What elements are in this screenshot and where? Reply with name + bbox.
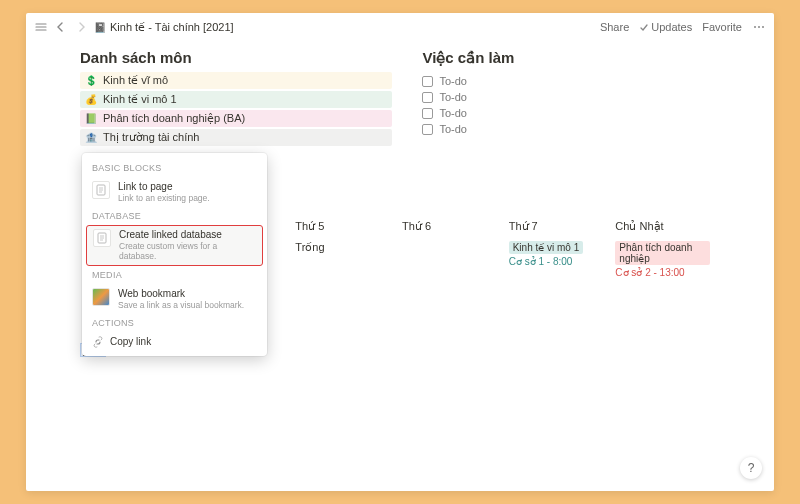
subject-emoji-icon: 📗 — [84, 113, 97, 124]
subjects-column: Danh sách môn 💲Kinh tế vĩ mô💰Kinh tế vi … — [80, 49, 392, 148]
topbar-right: Share Updates Favorite — [600, 21, 766, 33]
day-header: Thứ 5 — [293, 216, 392, 237]
checkbox-icon[interactable] — [422, 108, 433, 119]
popup-item-subtitle: Create custom views for a database. — [119, 241, 256, 261]
day-column: Chủ NhậtPhân tích doanh nghiệpCơ sở 2 - … — [613, 216, 720, 282]
day-header: Thứ 7 — [507, 216, 606, 237]
back-icon[interactable] — [54, 20, 68, 34]
todo-item[interactable]: To-do — [422, 89, 720, 105]
subject-item[interactable]: 🏦Thị trường tài chính — [80, 129, 392, 146]
todo-item[interactable]: To-do — [422, 73, 720, 89]
popup-copy-link[interactable]: Copy link — [82, 332, 267, 352]
breadcrumb-title: Kinh tế - Tài chính [2021] — [110, 21, 234, 34]
todo-item[interactable]: To-do — [422, 121, 720, 137]
todo-label: To-do — [439, 75, 467, 87]
day-cell — [400, 237, 499, 245]
popup-group-label: DATABASE — [82, 207, 267, 225]
nav-icons — [34, 20, 88, 34]
day-cell: Phân tích doanh nghiệpCơ sở 2 - 13:00 — [613, 237, 712, 282]
popup-group-label: BASIC BLOCKS — [82, 159, 267, 177]
popup-item[interactable]: Link to pageLink to an existing page. — [82, 177, 267, 207]
updates-button[interactable]: Updates — [639, 21, 692, 33]
page-icon: 📓 — [94, 22, 106, 33]
bookmark-icon — [92, 288, 110, 306]
todos-title: Việc cần làm — [422, 49, 720, 67]
help-button[interactable]: ? — [740, 457, 762, 479]
popup-group-label: MEDIA — [82, 266, 267, 284]
day-header: Thứ 6 — [400, 216, 499, 237]
svg-point-2 — [762, 26, 764, 28]
more-icon[interactable] — [752, 21, 766, 33]
popup-item-title: Create linked database — [119, 229, 256, 241]
menu-icon[interactable] — [34, 20, 48, 34]
svg-point-0 — [754, 26, 756, 28]
schedule-event-tag[interactable]: Phân tích doanh nghiệp — [615, 241, 710, 265]
todo-label: To-do — [439, 107, 467, 119]
subject-label: Kinh tế vĩ mô — [103, 74, 168, 87]
schedule-time: Cơ sở 2 - 13:00 — [615, 267, 710, 278]
subject-emoji-icon: 🏦 — [84, 132, 97, 143]
subject-item[interactable]: 📗Phân tích doanh nghiệp (BA) — [80, 110, 392, 127]
subject-label: Phân tích doanh nghiệp (BA) — [103, 112, 245, 125]
breadcrumb[interactable]: 📓 Kinh tế - Tài chính [2021] — [94, 21, 234, 34]
checkbox-icon[interactable] — [422, 124, 433, 135]
popup-item-title: Web bookmark — [118, 288, 244, 300]
popup-group-label: ACTIONS — [82, 314, 267, 332]
checkbox-icon[interactable] — [422, 92, 433, 103]
topbar: 📓 Kinh tế - Tài chính [2021] Share Updat… — [26, 13, 774, 41]
schedule-event-tag[interactable]: Kinh tế vi mô 1 — [509, 241, 584, 254]
popup-item[interactable]: Web bookmarkSave a link as a visual book… — [82, 284, 267, 314]
popup-item-title: Link to page — [118, 181, 210, 193]
popup-item-subtitle: Link to an existing page. — [118, 193, 210, 203]
day-cell: Kinh tế vi mô 1Cơ sở 1 - 8:00 — [507, 237, 606, 271]
popup-item[interactable]: Create linked databaseCreate custom view… — [86, 225, 263, 265]
subject-emoji-icon: 💲 — [84, 75, 97, 86]
slash-command-popup: BASIC BLOCKSLink to pageLink to an exist… — [82, 153, 267, 356]
svg-point-1 — [758, 26, 760, 28]
share-button[interactable]: Share — [600, 21, 629, 33]
day-cell: Trống — [293, 237, 392, 258]
content-area: Danh sách môn 💲Kinh tế vĩ mô💰Kinh tế vi … — [26, 41, 774, 148]
link-icon — [92, 336, 104, 348]
popup-copy-label: Copy link — [110, 336, 151, 347]
checkbox-icon[interactable] — [422, 76, 433, 87]
popup-item-subtitle: Save a link as a visual bookmark. — [118, 300, 244, 310]
app-window: 📓 Kinh tế - Tài chính [2021] Share Updat… — [26, 13, 774, 491]
subject-label: Kinh tế vi mô 1 — [103, 93, 177, 106]
page-icon — [92, 181, 110, 199]
page-icon — [93, 229, 111, 247]
day-header: Chủ Nhật — [613, 216, 712, 237]
todo-label: To-do — [439, 123, 467, 135]
subjects-title: Danh sách môn — [80, 49, 392, 66]
favorite-button[interactable]: Favorite — [702, 21, 742, 33]
subject-label: Thị trường tài chính — [103, 131, 200, 144]
day-column: Thứ 6 — [400, 216, 507, 282]
forward-icon[interactable] — [74, 20, 88, 34]
todo-label: To-do — [439, 91, 467, 103]
schedule-time: Cơ sở 1 - 8:00 — [509, 256, 604, 267]
day-column: Thứ 5Trống — [293, 216, 400, 282]
subject-item[interactable]: 💲Kinh tế vĩ mô — [80, 72, 392, 89]
subject-emoji-icon: 💰 — [84, 94, 97, 105]
todo-item[interactable]: To-do — [422, 105, 720, 121]
subject-item[interactable]: 💰Kinh tế vi mô 1 — [80, 91, 392, 108]
schedule-empty: Trống — [295, 241, 324, 253]
day-column: Thứ 7Kinh tế vi mô 1Cơ sở 1 - 8:00 — [507, 216, 614, 282]
todos-column: Việc cần làm To-doTo-doTo-doTo-do — [422, 49, 720, 148]
